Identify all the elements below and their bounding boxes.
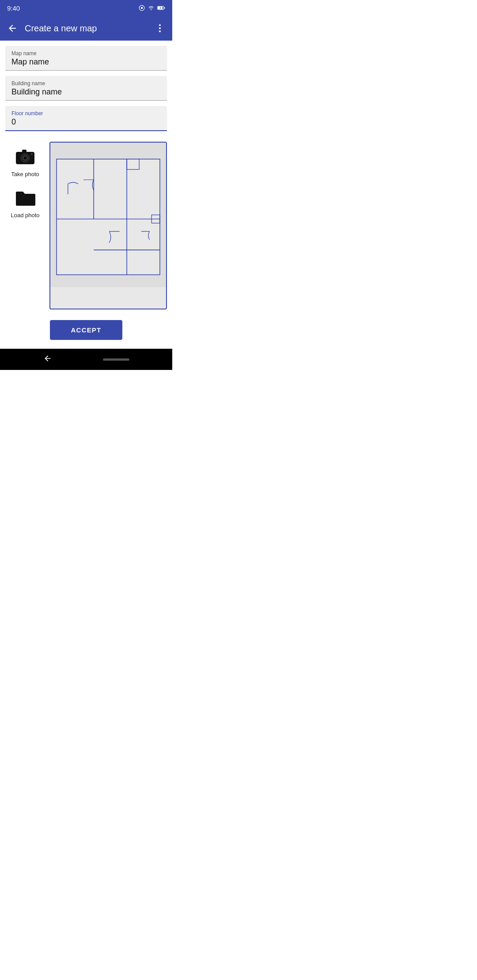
take-photo-button[interactable]: Take photo — [5, 145, 45, 177]
svg-rect-13 — [22, 150, 26, 152]
svg-point-6 — [159, 24, 161, 26]
page-title: Create a new map — [25, 23, 151, 34]
floorplan-container — [49, 142, 167, 309]
map-name-value: Map name — [11, 57, 161, 67]
load-photo-label: Load photo — [11, 212, 39, 219]
svg-point-1 — [141, 7, 143, 9]
camera-icon — [14, 145, 37, 168]
svg-point-7 — [159, 27, 161, 29]
nav-home-indicator[interactable] — [103, 358, 129, 361]
floor-number-field[interactable]: Floor number 0 — [5, 106, 167, 131]
wifi-icon — [148, 5, 155, 11]
load-photo-button[interactable]: Load photo — [5, 186, 45, 219]
building-name-value: Building name — [11, 87, 161, 97]
folder-icon — [14, 186, 37, 209]
battery-icon — [157, 5, 165, 11]
building-name-field[interactable]: Building name Building name — [5, 76, 167, 101]
nav-bar — [0, 349, 172, 370]
svg-point-12 — [23, 156, 27, 160]
status-bar: 9:40 — [0, 0, 172, 16]
more-options-button[interactable] — [151, 19, 169, 37]
floor-number-value: 0 — [11, 117, 161, 127]
photo-buttons: Take photo Load photo — [5, 142, 49, 219]
accept-area: ACCEPT — [0, 309, 172, 349]
svg-rect-4 — [164, 8, 165, 9]
photo-area: Take photo Load photo — [0, 136, 172, 309]
floor-number-label: Floor number — [11, 110, 161, 117]
status-icons — [139, 5, 165, 11]
floorplan-image — [50, 143, 166, 287]
nav-back-button[interactable] — [43, 354, 52, 365]
accept-button[interactable]: ACCEPT — [50, 320, 123, 340]
map-name-label: Map name — [11, 50, 161, 57]
svg-point-14 — [31, 153, 33, 155]
app-bar: Create a new map — [0, 16, 172, 41]
svg-point-8 — [159, 30, 161, 32]
svg-rect-16 — [57, 159, 160, 275]
building-name-label: Building name — [11, 80, 161, 87]
take-photo-label: Take photo — [11, 171, 39, 177]
map-name-field[interactable]: Map name Map name — [5, 46, 167, 71]
back-button[interactable] — [4, 19, 21, 37]
form-area: Map name Map name Building name Building… — [0, 41, 172, 131]
svg-point-2 — [151, 9, 151, 10]
status-time: 9:40 — [7, 4, 20, 12]
location-icon — [139, 5, 145, 11]
